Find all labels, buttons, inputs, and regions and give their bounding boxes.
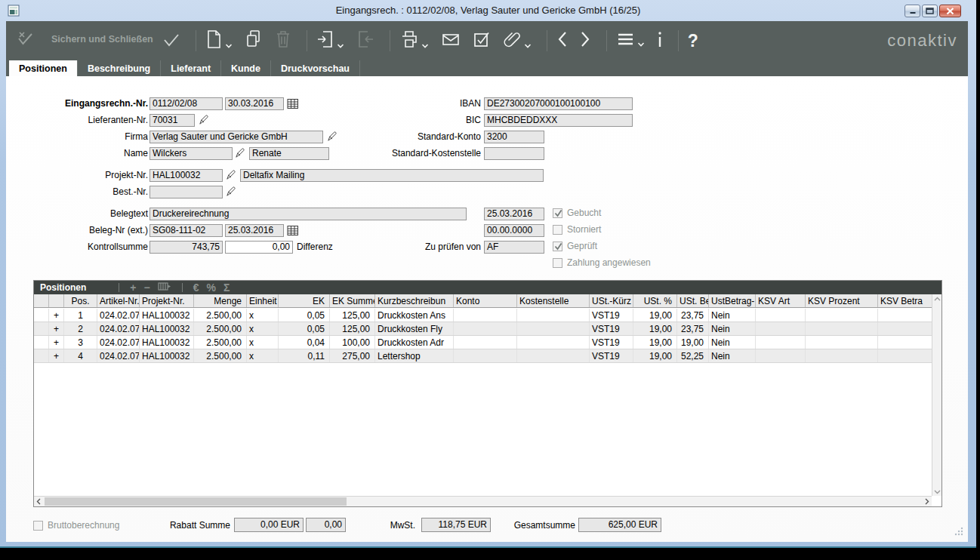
calendar-icon[interactable] [287, 98, 299, 110]
column-header[interactable]: KSV Art [756, 294, 806, 307]
geprueft-checkbox[interactable] [553, 242, 562, 251]
next-record-button[interactable] [580, 30, 591, 51]
row-expander[interactable]: + [49, 309, 64, 322]
eingangsrechn-nr-field[interactable]: 0112/02/08 [149, 97, 223, 110]
column-header[interactable]: USt. % [633, 294, 677, 307]
tab-beschreibung[interactable]: Beschreibung [78, 60, 161, 76]
tab-kunde[interactable]: Kunde [221, 60, 271, 76]
sum-button[interactable]: Σ [223, 282, 230, 294]
iban-field[interactable]: DE27300207000100100100 [484, 97, 633, 110]
previous-record-button[interactable] [556, 30, 568, 51]
column-header[interactable]: Projekt-Nr. [140, 294, 194, 307]
projekt-nr-field[interactable]: HAL100032 [149, 169, 223, 182]
standard-konto-field[interactable]: 3200 [484, 131, 544, 143]
scroll-right-icon[interactable] [922, 497, 932, 506]
tab-druckvorschau[interactable]: Druckvorschau [271, 60, 360, 76]
table-row[interactable]: +2024.02.07HAL1000322.500,00x0,05125,00D… [34, 322, 932, 336]
currency-button[interactable]: € [193, 282, 199, 294]
row-expander[interactable]: + [49, 322, 64, 335]
column-header[interactable]: Einheit [247, 294, 279, 307]
row-expander[interactable]: + [49, 349, 64, 362]
column-header[interactable]: Kostenstelle [517, 294, 590, 307]
lieferanten-nr-field[interactable]: 70031 [149, 114, 195, 127]
table-row[interactable]: +3024.02.07HAL1000322.500,00x0,04100,00D… [34, 336, 932, 349]
print-button[interactable] [399, 29, 429, 52]
email-button[interactable] [441, 30, 461, 51]
kontrollsumme-field[interactable]: 743,75 [149, 241, 223, 254]
edit-pencil-icon[interactable] [226, 169, 238, 181]
table-cell: Nein [709, 322, 756, 335]
remove-row-button[interactable]: − [144, 282, 150, 294]
attachment-button[interactable] [503, 29, 532, 52]
rechnungsdatum-field[interactable]: 30.03.2016 [225, 97, 284, 110]
table-cell: HAL100032 [140, 336, 194, 349]
column-header[interactable]: USt.-Kürz [590, 294, 633, 307]
edit-pencil-icon[interactable] [235, 147, 247, 159]
storniert-checkbox[interactable] [553, 225, 562, 235]
tab-lieferant[interactable]: Lieferant [161, 60, 221, 76]
edit-pencil-icon[interactable] [199, 114, 211, 126]
vertical-scrollbar[interactable] [932, 294, 941, 496]
zahlung-angewiesen-checkbox[interactable] [553, 258, 562, 268]
beleg-nr-ext-field[interactable]: SG08-111-02 [149, 224, 223, 237]
task-button[interactable] [473, 30, 491, 51]
column-header[interactable]: Konto [454, 294, 517, 307]
standard-kostenstelle-field[interactable] [484, 147, 544, 160]
column-header[interactable] [34, 294, 49, 307]
column-header[interactable]: KSV Betra [878, 294, 932, 307]
duplicate-record-button[interactable] [245, 29, 263, 52]
column-header[interactable]: Menge [194, 294, 247, 307]
cancel-close-button[interactable] [17, 30, 35, 51]
projekt-name-field[interactable]: Deltafix Mailing [240, 169, 544, 182]
gebucht-checkbox[interactable] [553, 208, 562, 218]
help-button[interactable]: ? [688, 33, 698, 48]
scroll-left-icon[interactable] [34, 497, 44, 506]
column-header[interactable]: Pos. [64, 294, 97, 307]
minimize-button[interactable] [904, 5, 920, 17]
column-header[interactable]: UstBetrag- [709, 294, 756, 307]
scroll-up-icon[interactable] [933, 294, 941, 303]
import-button[interactable] [316, 29, 344, 52]
belegdatum-field[interactable]: 25.03.2016 [225, 224, 284, 237]
column-header[interactable]: Artikel-Nr. [97, 294, 140, 307]
row-expander[interactable]: + [49, 336, 64, 349]
column-header[interactable]: EK [279, 294, 330, 307]
info-button[interactable] [657, 30, 663, 51]
edit-pencil-icon[interactable] [226, 186, 238, 198]
delete-record-button[interactable] [275, 29, 291, 52]
resize-grip[interactable] [954, 526, 963, 538]
column-header[interactable]: KSV Prozent [806, 294, 878, 307]
table-row[interactable]: +4024.02.07HAL1000322.500,00x0,11275,00L… [34, 349, 932, 363]
column-header[interactable]: USt. Be [677, 294, 709, 307]
save-close-button[interactable] [162, 30, 180, 51]
zu-pruefen-von-field[interactable]: AF [484, 241, 544, 254]
tab-positionen[interactable]: Positionen [9, 60, 78, 76]
storniert-datum-field[interactable]: 00.00.0000 [484, 224, 544, 237]
table-row[interactable]: +1024.02.07HAL1000322.500,00x0,05125,00D… [34, 309, 932, 322]
column-header[interactable]: EK Summe [330, 294, 375, 307]
bruttoberechnung-checkbox[interactable] [33, 521, 43, 531]
add-row-button[interactable]: + [130, 282, 136, 294]
bic-field[interactable]: MHCBDEDDXXX [484, 114, 633, 127]
scrollbar-thumb[interactable] [45, 497, 347, 506]
scroll-down-icon[interactable] [933, 487, 941, 496]
column-header[interactable] [49, 294, 64, 307]
differenz-field[interactable]: 0,00 [225, 241, 293, 254]
vorname-field[interactable]: Renate [249, 147, 329, 160]
export-button[interactable] [356, 29, 374, 52]
column-header[interactable]: Kurzbeschreibun [375, 294, 454, 307]
belegtext-field[interactable]: Druckereirechnung [149, 208, 467, 220]
columns-button[interactable] [158, 282, 171, 294]
firma-field[interactable]: Verlag Sauter und Gericke GmbH [149, 131, 323, 143]
table-cell: HAL100032 [140, 309, 194, 322]
calendar-icon[interactable] [287, 225, 299, 237]
gebucht-datum-field[interactable]: 25.03.2016 [484, 208, 544, 220]
close-button[interactable] [939, 5, 961, 17]
menu-button[interactable] [616, 31, 645, 51]
percent-button[interactable]: % [207, 282, 216, 294]
new-record-button[interactable] [205, 29, 233, 52]
maximize-button[interactable] [922, 5, 938, 17]
best-nr-field[interactable] [149, 186, 223, 198]
horizontal-scrollbar[interactable] [34, 496, 932, 506]
nachname-field[interactable]: Wilckers [149, 147, 233, 160]
